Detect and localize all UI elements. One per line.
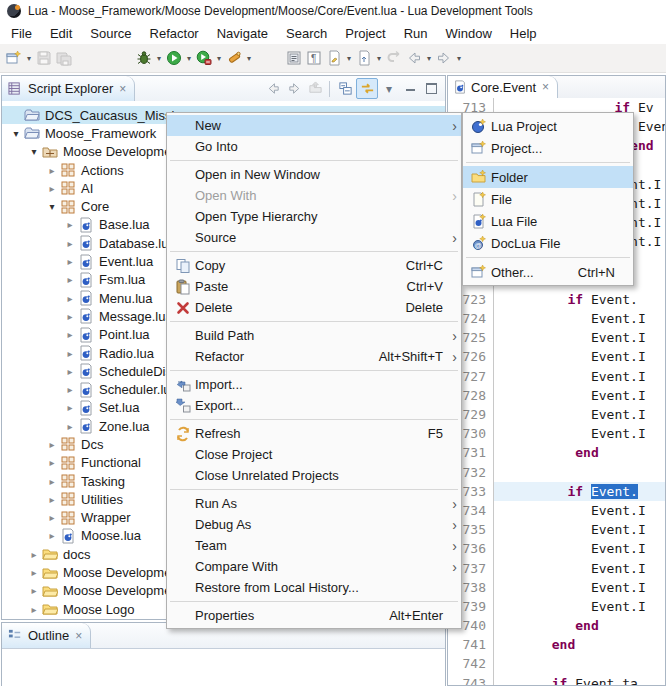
menubar-item-help[interactable]: Help — [501, 24, 546, 43]
expand-arrow-icon[interactable]: ▸ — [62, 311, 78, 322]
expand-arrow-icon[interactable]: ▸ — [26, 567, 42, 578]
expand-arrow-icon[interactable]: ▸ — [44, 530, 60, 541]
external-tools-icon[interactable] — [224, 48, 244, 68]
context-menu-item-build-path[interactable]: Build Path› — [167, 325, 461, 346]
new-wizard-icon[interactable] — [4, 48, 24, 68]
menubar-item-search[interactable]: Search — [277, 24, 336, 43]
menubar-item-window[interactable]: Window — [437, 24, 501, 43]
context-menu-item-close-project[interactable]: Close Project — [167, 444, 461, 465]
expand-arrow-icon[interactable]: ▸ — [44, 476, 60, 487]
tab-core-event[interactable]: Core.Event × — [448, 76, 558, 98]
view-menu-icon[interactable]: ▾ — [379, 79, 399, 98]
close-icon[interactable]: × — [119, 82, 126, 96]
expand-arrow-icon[interactable]: ▸ — [44, 512, 60, 523]
code-line-725[interactable]: 725 Event.I — [448, 328, 665, 347]
code-line-728[interactable]: 728 Event.I — [448, 386, 665, 405]
expand-arrow-icon[interactable]: ▸ — [62, 256, 78, 267]
context-menu-item-import[interactable]: Import... — [167, 374, 461, 395]
tab-outline[interactable]: Outline × — [2, 623, 91, 648]
expand-arrow-icon[interactable]: ▸ — [26, 585, 42, 596]
context-menu-item-restore-from-local-history[interactable]: Restore from Local History... — [167, 577, 461, 598]
new-submenu-item-doclua-file[interactable]: @DocLua File — [463, 232, 633, 254]
back-icon[interactable] — [404, 48, 424, 68]
expand-arrow-icon[interactable]: ▸ — [44, 183, 60, 194]
expand-arrow-icon[interactable]: ▸ — [62, 421, 78, 432]
save-all-icon[interactable] — [54, 48, 74, 68]
dropdown-caret-icon[interactable]: ▾ — [374, 48, 384, 68]
expand-arrow-icon[interactable]: ▸ — [44, 439, 60, 450]
code-line-740[interactable]: 740 end — [448, 616, 665, 635]
close-icon[interactable]: × — [75, 629, 82, 643]
context-menu-item-go-into[interactable]: Go Into — [167, 136, 461, 157]
code-line-733[interactable]: 733 if Event. — [448, 482, 665, 501]
code-line-731[interactable]: 731 end — [448, 443, 665, 462]
menubar-item-edit[interactable]: Edit — [41, 24, 81, 43]
context-menu-item-properties[interactable]: PropertiesAlt+Enter — [167, 605, 461, 626]
dropdown-caret-icon[interactable]: ▾ — [344, 48, 354, 68]
dropdown-caret-icon[interactable]: ▾ — [184, 48, 194, 68]
code-line-724[interactable]: 724 Event.I — [448, 309, 665, 328]
new-submenu-item-lua-file[interactable]: Lua File — [463, 210, 633, 232]
expand-arrow-icon[interactable]: ▸ — [62, 366, 78, 377]
dropdown-caret-icon[interactable]: ▾ — [454, 48, 464, 68]
collapse-arrow-icon[interactable]: ▾ — [8, 128, 24, 139]
menubar-item-source[interactable]: Source — [81, 24, 140, 43]
collapse-all-icon[interactable] — [335, 79, 355, 98]
save-icon[interactable] — [34, 48, 54, 68]
run-icon[interactable] — [164, 48, 184, 68]
context-menu-item-copy[interactable]: CopyCtrl+C — [167, 255, 461, 276]
expand-arrow-icon[interactable]: ▸ — [62, 293, 78, 304]
context-menu-item-open-in-new-window[interactable]: Open in New Window — [167, 164, 461, 185]
menubar-item-project[interactable]: Project — [336, 24, 394, 43]
code-line-742[interactable]: 742 — [448, 654, 665, 673]
code-line-727[interactable]: 727 Event.I — [448, 367, 665, 386]
last-edit-location-icon[interactable] — [384, 48, 404, 68]
expand-arrow-icon[interactable]: ▸ — [62, 274, 78, 285]
collapse-arrow-icon[interactable]: ▾ — [44, 201, 60, 212]
code-line-726[interactable]: 726 Event.I — [448, 347, 665, 366]
context-menu-item-debug-as[interactable]: Debug As› — [167, 514, 461, 535]
dropdown-caret-icon[interactable]: ▾ — [24, 48, 34, 68]
code-line-729[interactable]: 729 Event.I — [448, 405, 665, 424]
expand-arrow-icon[interactable]: ▸ — [26, 549, 42, 560]
context-menu-item-refactor[interactable]: RefactorAlt+Shift+T› — [167, 346, 461, 367]
code-line-734[interactable]: 734 Event.I — [448, 501, 665, 520]
code-line-735[interactable]: 735 Event.I — [448, 520, 665, 539]
code-line-736[interactable]: 736 Event.I — [448, 539, 665, 558]
code-line-738[interactable]: 738 Event.I — [448, 578, 665, 597]
context-menu-item-export[interactable]: Export... — [167, 395, 461, 416]
expand-arrow-icon[interactable]: ▸ — [62, 348, 78, 359]
expand-arrow-icon[interactable]: ▸ — [62, 329, 78, 340]
context-menu-item-team[interactable]: Team› — [167, 535, 461, 556]
next-annotation-icon[interactable] — [324, 48, 344, 68]
context-menu-item-new[interactable]: New› — [167, 115, 461, 136]
dropdown-caret-icon[interactable]: ▾ — [244, 48, 254, 68]
code-line-739[interactable]: 739 Event.I — [448, 597, 665, 616]
expand-arrow-icon[interactable]: ▸ — [26, 604, 42, 615]
code-line-741[interactable]: 741 end — [448, 635, 665, 654]
up-icon[interactable] — [305, 79, 325, 98]
context-menu-item-refresh[interactable]: RefreshF5 — [167, 423, 461, 444]
dropdown-caret-icon[interactable]: ▾ — [154, 48, 164, 68]
code-line-732[interactable]: 732 — [448, 463, 665, 482]
link-with-editor-icon[interactable] — [356, 78, 378, 99]
menubar-item-navigate[interactable]: Navigate — [208, 24, 277, 43]
menubar-item-refactor[interactable]: Refactor — [141, 24, 208, 43]
expand-arrow-icon[interactable]: ▸ — [44, 457, 60, 468]
tab-script-explorer[interactable]: Script Explorer × — [2, 76, 135, 101]
code-line-730[interactable]: 730 Event.I — [448, 424, 665, 443]
new-submenu-item-file[interactable]: File — [463, 188, 633, 210]
expand-arrow-icon[interactable]: ▸ — [44, 165, 60, 176]
expand-arrow-icon[interactable]: ▸ — [62, 402, 78, 413]
forward-icon[interactable] — [284, 79, 304, 98]
prev-annotation-icon[interactable] — [354, 48, 374, 68]
expand-arrow-icon[interactable]: ▸ — [62, 238, 78, 249]
maximize-icon[interactable] — [421, 79, 441, 98]
show-whitespace-icon[interactable]: ¶ — [304, 48, 324, 68]
context-menu-item-open-type-hierarchy[interactable]: Open Type Hierarchy — [167, 206, 461, 227]
new-submenu-item-other[interactable]: Other...Ctrl+N — [463, 261, 633, 283]
framed-view-icon[interactable] — [284, 48, 304, 68]
code-line-723[interactable]: 723 if Event. — [448, 290, 665, 309]
expand-arrow-icon[interactable]: ▸ — [62, 219, 78, 230]
menubar-item-file[interactable]: File — [2, 24, 41, 43]
